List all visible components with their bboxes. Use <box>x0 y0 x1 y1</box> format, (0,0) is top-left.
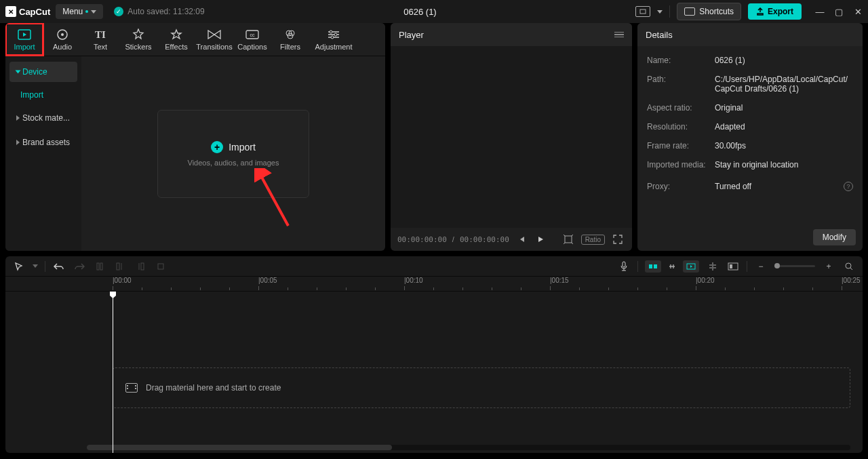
snap-main-button[interactable] <box>645 260 661 273</box>
autosave-text: Auto saved: 11:32:09 <box>127 7 204 16</box>
tab-filters[interactable]: Filters <box>271 23 309 56</box>
tab-audio-label: Audio <box>53 43 72 51</box>
mic-button[interactable] <box>617 260 631 273</box>
minimize-button[interactable]: — <box>815 7 825 17</box>
shortcuts-button[interactable]: Shortcuts <box>677 3 741 20</box>
svg-rect-17 <box>141 263 144 270</box>
ruler-tick: |00:10 <box>404 277 423 284</box>
aspect-ratio-button[interactable] <box>635 6 650 17</box>
shortcuts-label: Shortcuts <box>699 7 734 16</box>
svg-rect-16 <box>117 263 119 270</box>
sidenav-brand[interactable]: Brand assets <box>9 132 77 153</box>
detail-name-key: Name: <box>647 56 715 65</box>
timeline-panel: − + |00:00|00:05|00:10|00:15|00:20|00:25… <box>5 256 863 453</box>
tab-adjustment[interactable]: Adjustment <box>309 23 358 56</box>
menu-button[interactable]: Menu <box>56 4 103 19</box>
info-icon[interactable]: ? <box>844 182 853 191</box>
ruler-tick: |00:15 <box>550 277 569 284</box>
sidenav-stock[interactable]: Stock mate... <box>9 108 77 128</box>
snap-link-button[interactable] <box>664 260 680 273</box>
cover-button[interactable] <box>726 260 740 273</box>
ruler-tick: |00:05 <box>258 277 277 284</box>
caret-right-icon <box>16 140 20 145</box>
play-button[interactable] <box>534 234 547 245</box>
crop-button[interactable] <box>561 233 576 245</box>
ruler-tick: |00:00 <box>113 277 132 284</box>
tab-import[interactable]: Import <box>5 23 43 56</box>
captions-icon: cc <box>245 28 259 41</box>
film-icon <box>125 383 138 393</box>
tab-stickers[interactable]: Stickers <box>119 23 157 56</box>
player-viewport[interactable] <box>391 46 632 228</box>
maximize-button[interactable]: ▢ <box>834 7 844 17</box>
split-button[interactable] <box>93 260 106 273</box>
chevron-down-icon[interactable] <box>33 264 38 268</box>
svg-rect-19 <box>623 262 625 267</box>
svg-rect-20 <box>649 264 652 268</box>
import-box-label: Import <box>229 142 256 153</box>
detail-fps-key: Frame rate: <box>647 141 715 151</box>
delete-button[interactable] <box>154 260 167 273</box>
caret-right-icon <box>16 115 20 121</box>
zoom-out-button[interactable]: − <box>754 260 768 273</box>
svg-rect-18 <box>158 264 163 269</box>
tab-captions-label: Captions <box>237 43 267 51</box>
close-button[interactable]: ✕ <box>853 7 863 17</box>
modify-button[interactable]: Modify <box>813 229 856 245</box>
svg-rect-24 <box>730 264 732 268</box>
ratio-button[interactable]: Ratio <box>581 235 605 245</box>
tab-transitions[interactable]: Transitions <box>195 23 233 56</box>
sidenav-import[interactable]: Import <box>9 86 77 104</box>
sidenav-stock-label: Stock mate... <box>22 113 70 123</box>
pointer-tool[interactable] <box>12 260 26 273</box>
export-button[interactable]: Export <box>748 3 802 20</box>
svg-rect-15 <box>100 263 102 270</box>
zoom-slider[interactable] <box>774 265 815 267</box>
sidenav-device[interactable]: Device <box>9 62 77 82</box>
playhead[interactable] <box>113 292 113 453</box>
svg-rect-21 <box>654 264 657 268</box>
timeline-scrollbar[interactable] <box>87 445 850 450</box>
redo-button[interactable] <box>73 260 86 273</box>
text-icon: TI <box>94 28 107 41</box>
keyboard-icon <box>684 7 695 16</box>
tab-adjustment-label: Adjustment <box>315 43 352 51</box>
export-label: Export <box>768 7 793 16</box>
tab-transitions-label: Transitions <box>196 43 232 51</box>
trim-left-button[interactable] <box>113 260 127 273</box>
chevron-down-icon <box>91 10 96 14</box>
import-box[interactable]: + Import Videos, audios, and images <box>157 110 309 198</box>
undo-button[interactable] <box>52 260 66 273</box>
audio-icon <box>56 28 69 41</box>
detail-aspect-key: Aspect ratio: <box>647 103 715 113</box>
tab-audio[interactable]: Audio <box>43 23 81 56</box>
prev-frame-button[interactable] <box>515 234 528 245</box>
tab-text[interactable]: TI Text <box>81 23 119 56</box>
detail-path-val: C:/Users/HP/AppData/Local/CapCut/CapCut … <box>715 75 853 94</box>
capcut-logo-icon: ✕ <box>5 6 16 17</box>
detail-fps-val: 30.00fps <box>715 141 853 151</box>
details-panel: Details Name:0626 (1) Path:C:/Users/HP/A… <box>637 23 863 251</box>
details-title: Details <box>646 30 673 40</box>
app-name: CapCut <box>19 7 50 17</box>
chevron-down-icon[interactable] <box>657 10 663 14</box>
player-time-current: 00:00:00:00 <box>397 235 447 244</box>
tab-stickers-label: Stickers <box>125 43 151 51</box>
snap-preview-button[interactable] <box>683 260 699 273</box>
trim-right-button[interactable] <box>134 260 147 273</box>
detail-proxy-val: Turned off <box>715 182 844 191</box>
zoom-fit-button[interactable] <box>842 260 856 273</box>
import-box-sub: Videos, audios, and images <box>188 159 279 167</box>
player-menu-icon[interactable] <box>614 32 624 38</box>
project-title: 0626 (1) <box>210 7 631 17</box>
timeline-drop-track[interactable]: Drag material here and start to create <box>113 367 850 408</box>
zoom-in-button[interactable]: + <box>822 260 835 273</box>
detail-media-val: Stay in original location <box>715 160 853 169</box>
timeline-ruler[interactable]: |00:00|00:05|00:10|00:15|00:20|00:25 <box>5 277 863 292</box>
align-button[interactable] <box>706 260 719 273</box>
tab-effects[interactable]: Effects <box>157 23 195 56</box>
media-panel: Import Audio TI Text Stickers Effects Tr… <box>5 23 385 251</box>
fullscreen-button[interactable] <box>610 233 625 245</box>
timeline-body[interactable]: Drag material here and start to create <box>5 292 863 453</box>
tab-captions[interactable]: cc Captions <box>233 23 271 56</box>
